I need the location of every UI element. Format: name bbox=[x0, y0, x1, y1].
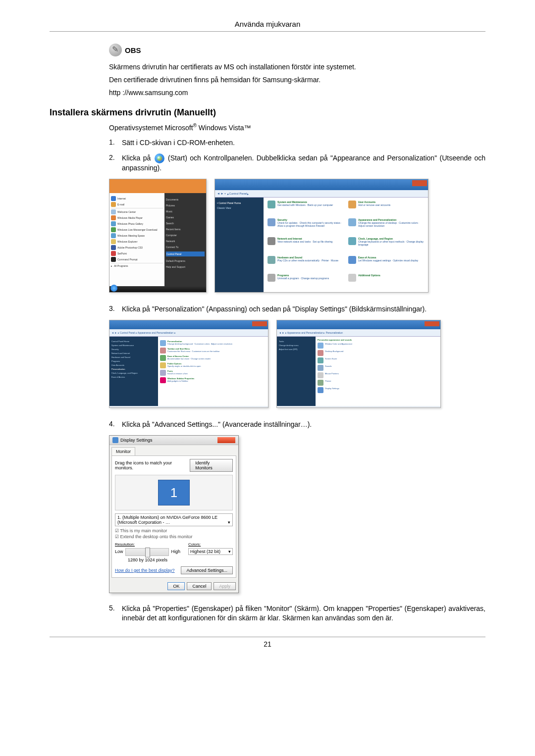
registered-mark: ® bbox=[193, 123, 197, 128]
step-number-1: 1. bbox=[109, 138, 122, 148]
step-number-3: 3. bbox=[109, 304, 122, 314]
high-label: High bbox=[171, 549, 180, 554]
ok-button[interactable]: OK bbox=[167, 582, 185, 590]
os-prefix: Operativsystemet Microsoft bbox=[109, 123, 193, 131]
close-icon[interactable] bbox=[217, 437, 235, 443]
header-rule bbox=[50, 31, 485, 32]
note-text-2: Den certifierade drivrutinen finns på he… bbox=[109, 75, 485, 84]
low-label: Low bbox=[115, 549, 123, 554]
resolution-slider[interactable] bbox=[125, 548, 169, 556]
note-url: http ://www.samsung.com bbox=[109, 88, 485, 97]
section-title: Installera skärmens drivrutin (Manuellt) bbox=[50, 107, 485, 118]
note-text-1: Skärmens drivrutin har certifierats av M… bbox=[109, 62, 485, 71]
monitor-arrangement-area[interactable]: 1 bbox=[115, 475, 233, 510]
step-number-2: 2. bbox=[109, 153, 122, 173]
resolution-value: 1280 by 1024 pixels bbox=[115, 557, 180, 562]
screenshot-appearance-personalization: ◄ ► ▸ Control Panel ▸ Appearance and Per… bbox=[109, 320, 268, 408]
start-button-icon bbox=[155, 153, 164, 163]
drag-instruction: Drag the icons to match your monitors. bbox=[115, 460, 190, 470]
screenshot-control-panel: ◄ ► ▪ ▸ Control Panel ▸ • Control Panel … bbox=[214, 179, 428, 293]
note-icon bbox=[109, 44, 122, 56]
extend-desktop-checkbox[interactable]: ☑ Extend the desktop onto this monitor bbox=[115, 534, 233, 539]
step-number-5: 5. bbox=[109, 604, 122, 623]
resolution-label: Resolution: bbox=[115, 542, 180, 547]
step-text-5: Klicka på "Properties" (Egenskaper) på f… bbox=[122, 604, 485, 623]
note-label: OBS bbox=[125, 46, 141, 54]
step-text-2: Klicka på (Start) och Kontrollpanelen. D… bbox=[122, 153, 485, 173]
monitor-select[interactable]: 1. (Multiple Monitors) on NVIDIA GeForce… bbox=[115, 513, 233, 526]
step2-post: (Start) och Kontrollpanelen. Dubbelklick… bbox=[122, 154, 485, 172]
screenshot-display-settings: Display Settings Monitor Drag the icons … bbox=[109, 435, 239, 593]
step2-pre: Klicka på bbox=[122, 154, 154, 162]
tab-monitor[interactable]: Monitor bbox=[111, 447, 135, 455]
step-text-3: Klicka på "Personalization" (Anpassning)… bbox=[122, 304, 485, 314]
dialog-title: Display Settings bbox=[120, 438, 153, 443]
apply-button[interactable]: Apply bbox=[214, 582, 236, 590]
identify-monitors-button[interactable]: Identify Monitors bbox=[190, 459, 233, 472]
screenshot-start-menu: Internet E-mail Welcome Center Windows M… bbox=[109, 179, 207, 293]
colors-label: Colors: bbox=[188, 542, 233, 547]
os-suffix: Windows Vista™ bbox=[197, 123, 251, 131]
help-link[interactable]: How do I get the best display? bbox=[115, 568, 175, 573]
screenshot-personalization: ◄ ► ▸ Appearance and Personalization ▸ P… bbox=[276, 320, 441, 408]
monitor-1-icon[interactable]: 1 bbox=[158, 480, 190, 505]
dialog-icon bbox=[112, 437, 118, 443]
colors-select[interactable]: Highest (32 bit) ▾ bbox=[188, 548, 233, 555]
advanced-settings-button[interactable]: Advanced Settings... bbox=[181, 566, 233, 574]
step-text-4: Klicka på "Advanced Settings..." (Avance… bbox=[122, 420, 485, 429]
page-header: Använda mjukvaran bbox=[50, 20, 485, 28]
step-number-4: 4. bbox=[109, 420, 122, 429]
cancel-button[interactable]: Cancel bbox=[187, 582, 212, 590]
page-number: 21 bbox=[264, 640, 271, 648]
main-monitor-checkbox[interactable]: ☑ This is my main monitor bbox=[115, 528, 233, 533]
step-text-1: Sätt i CD-skivan i CD-ROM-enheten. bbox=[122, 138, 485, 148]
os-line: Operativsystemet Microsoft® Windows Vist… bbox=[109, 123, 485, 132]
